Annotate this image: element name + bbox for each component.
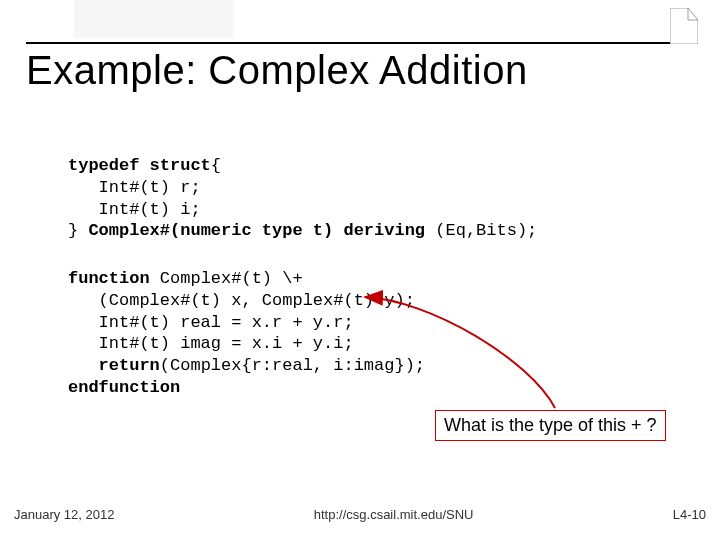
code-text: (Eq,Bits); [435,221,537,240]
kw-endfunction: endfunction [68,378,180,397]
svg-marker-0 [670,8,698,44]
code-text: } [68,221,88,240]
footer-page: L4-10 [673,507,706,522]
kw-return: return [99,356,160,375]
footer-url: http://csg.csail.mit.edu/SNU [314,507,474,522]
code-text: (Complex{r:real, i:imag}); [160,356,425,375]
kw-complex: Complex [88,221,159,240]
code-text: (Complex#(t) x, Complex#(t) y); [68,291,415,310]
footer: January 12, 2012 http://csg.csail.mit.ed… [14,507,706,522]
kw-typedef: typedef struct [68,156,211,175]
code-text: { [211,156,221,175]
code-text: Int#(t) r; [68,178,201,197]
footer-date: January 12, 2012 [14,507,114,522]
kw-deriving: #(numeric type t) deriving [160,221,435,240]
top-shade [74,0,234,38]
title-rule [26,42,694,44]
code-text: Int#(t) imag = x.i + y.i; [68,334,354,353]
callout-box: What is the type of this + ? [435,410,666,441]
kw-function: function [68,269,150,288]
code-function: function Complex#(t) \+ (Complex#(t) x, … [68,268,668,399]
code-text [68,356,99,375]
code-text: Int#(t) real = x.r + y.r; [68,313,354,332]
code-text: Int#(t) i; [68,200,201,219]
slide-title: Example: Complex Addition [26,48,694,93]
title-block: Example: Complex Addition [26,42,694,93]
code-text: Complex#(t) \+ [150,269,303,288]
code-typedef: typedef struct{ Int#(t) r; Int#(t) i; } … [68,155,668,242]
dogear-icon [670,8,698,44]
